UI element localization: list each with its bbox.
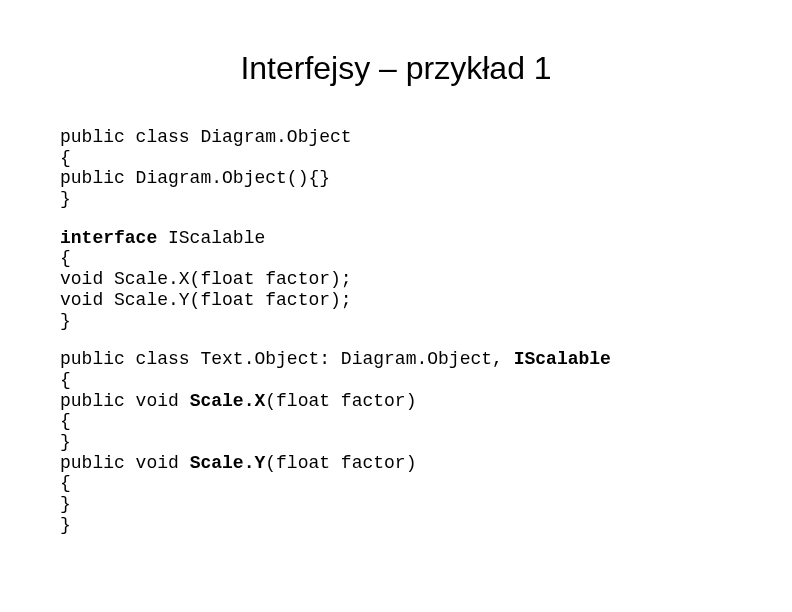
code-line: } (60, 311, 71, 331)
code-block-3: public class Text.Object: Diagram.Object… (60, 349, 732, 535)
code-block-1: public class Diagram.Object { public Dia… (60, 127, 732, 210)
code-text: (float factor) (265, 391, 416, 411)
code-block-2: interface IScalable { void Scale.X(float… (60, 228, 732, 331)
slide-title: Interfejsy – przykład 1 (60, 50, 732, 87)
code-text: (float factor) (265, 453, 416, 473)
code-line: { (60, 148, 71, 168)
code-line: { (60, 411, 71, 431)
code-text: public class Text.Object: Diagram.Object… (60, 349, 514, 369)
code-line: public Diagram.Object(){} (60, 168, 330, 188)
code-text: public void (60, 453, 190, 473)
code-line: } (60, 189, 71, 209)
method-name: Scale.Y (190, 453, 266, 473)
keyword-interface: interface (60, 228, 157, 248)
interface-name: IScalable (514, 349, 611, 369)
code-line: } (60, 432, 71, 452)
code-line: void Scale.Y(float factor); (60, 290, 352, 310)
code-text: public void (60, 391, 190, 411)
code-line: { (60, 248, 71, 268)
code-line: void Scale.X(float factor); (60, 269, 352, 289)
code-line: { (60, 473, 71, 493)
method-name: Scale.X (190, 391, 266, 411)
code-line: } (60, 494, 71, 514)
code-line: { (60, 370, 71, 390)
code-line: public class Diagram.Object (60, 127, 352, 147)
code-line: } (60, 515, 71, 535)
code-text: IScalable (157, 228, 265, 248)
